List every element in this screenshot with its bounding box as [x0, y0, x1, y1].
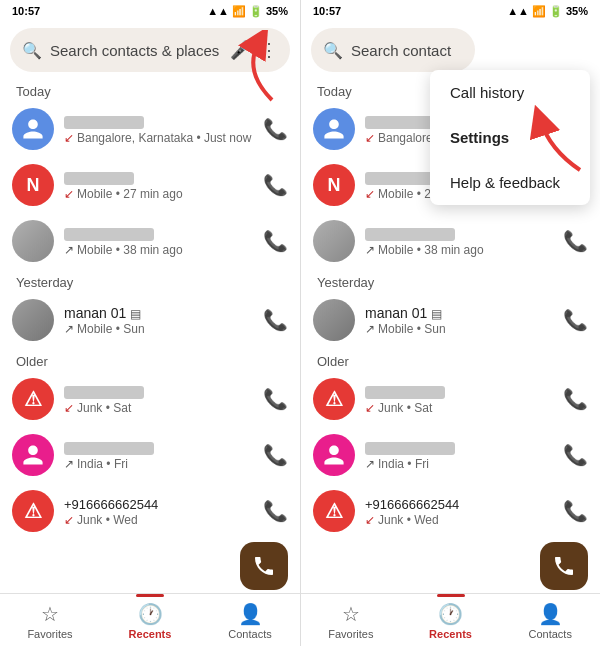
fab-button[interactable] [240, 542, 288, 590]
call-info: +916666662544 ↙ Junk • Wed [64, 495, 253, 527]
avatar: ⚠ [12, 378, 54, 420]
call-info: +916666662544 ↙ Junk • Wed [365, 495, 553, 527]
section-yesterday-right: Yesterday [301, 269, 600, 292]
avatar: N [313, 164, 355, 206]
call-item[interactable]: ↗ Mobile • 38 min ago 📞 [301, 213, 600, 269]
call-direction-icon: ↗ [64, 457, 74, 471]
more-options-icon[interactable]: ⋮ [260, 39, 278, 61]
contact-name-blurred [365, 228, 455, 241]
contact-name-blurred [64, 228, 154, 241]
call-button[interactable]: 📞 [263, 443, 288, 467]
call-info: manan 01 ▤ ↗ Mobile • Sun [64, 304, 253, 336]
call-detail: ↙ Junk • Sat [64, 401, 253, 415]
call-info: ↙ Junk • Sat [64, 383, 253, 415]
avatar [313, 434, 355, 476]
bottom-nav-right: ☆ Favorites 🕐 Recents 👤 Contacts [301, 593, 600, 646]
call-item[interactable]: ⚠ ↙ Junk • Sat 📞 [0, 371, 300, 427]
call-direction-icon: ↗ [64, 243, 74, 257]
nav-favorites-right[interactable]: ☆ Favorites [301, 594, 401, 646]
contact-name: +916666662544 [365, 497, 459, 512]
call-item[interactable]: N ↙ Mobile • 27 min ago 📞 [0, 157, 300, 213]
call-detail: ↙ Junk • Sat [365, 401, 553, 415]
call-direction-icon: ↙ [64, 401, 74, 415]
dropdown-call-history[interactable]: Call history [430, 70, 590, 115]
call-button[interactable]: 📞 [263, 499, 288, 523]
contact-name-blurred [64, 386, 144, 399]
call-detail: ↗ India • Fri [64, 457, 253, 471]
call-button[interactable]: 📞 [563, 443, 588, 467]
avatar [12, 220, 54, 262]
call-direction-icon: ↙ [64, 187, 74, 201]
call-item[interactable]: ↗ Mobile • 38 min ago 📞 [0, 213, 300, 269]
call-item[interactable]: ↗ India • Fri 📞 [301, 427, 600, 483]
mic-icon[interactable]: 🎤 [230, 39, 252, 61]
contact-name: +916666662544 [64, 497, 158, 512]
call-button[interactable]: 📞 [563, 308, 588, 332]
contact-name: manan 01 ▤ [64, 305, 141, 321]
section-yesterday-left: Yesterday [0, 269, 300, 292]
call-info: ↗ India • Fri [64, 439, 253, 471]
call-detail: ↙ Bangalore, Karnataka • Just now [64, 131, 253, 145]
dropdown-settings[interactable]: Settings [430, 115, 590, 160]
status-time-left: 10:57 [12, 5, 40, 17]
nav-contacts-label: Contacts [528, 628, 571, 640]
section-older-left: Older [0, 348, 300, 371]
fab-button-right[interactable] [540, 542, 588, 590]
right-panel: 10:57 ▲▲ 📶 🔋 35% 🔍 Search contact Call h… [300, 0, 600, 646]
call-detail: ↙ Junk • Wed [365, 513, 553, 527]
left-panel: 10:57 ▲▲ 📶 🔋 35% 🔍 Search contacts & pla… [0, 0, 300, 646]
nav-recents[interactable]: 🕐 Recents [100, 594, 200, 646]
contact-name: manan 01 ▤ [365, 305, 442, 321]
call-button[interactable]: 📞 [263, 308, 288, 332]
call-item[interactable]: ⚠ +916666662544 ↙ Junk • Wed 📞 [301, 483, 600, 539]
status-time-right: 10:57 [313, 5, 341, 17]
call-button[interactable]: 📞 [263, 387, 288, 411]
avatar [313, 108, 355, 150]
nav-recents-right[interactable]: 🕐 Recents [401, 594, 501, 646]
call-item[interactable]: ⚠ ↙ Junk • Sat 📞 [301, 371, 600, 427]
active-indicator [136, 594, 164, 597]
nav-favorites[interactable]: ☆ Favorites [0, 594, 100, 646]
call-direction-icon: ↗ [365, 243, 375, 257]
search-input-left[interactable]: Search contacts & places [50, 42, 222, 59]
avatar: N [12, 164, 54, 206]
contacts-icon: 👤 [538, 602, 563, 626]
nav-contacts[interactable]: 👤 Contacts [200, 594, 300, 646]
search-bar-right[interactable]: 🔍 Search contact [311, 28, 475, 72]
contacts-icon: 👤 [238, 602, 263, 626]
call-info: ↙ Junk • Sat [365, 383, 553, 415]
call-button[interactable]: 📞 [263, 173, 288, 197]
call-item[interactable]: ↙ Bangalore, Karnataka • Just now 📞 [0, 101, 300, 157]
call-direction-icon: ↙ [365, 401, 375, 415]
call-item[interactable]: manan 01 ▤ ↗ Mobile • Sun 📞 [301, 292, 600, 348]
avatar [12, 299, 54, 341]
status-icons-right: ▲▲ 📶 🔋 35% [507, 5, 588, 18]
search-input-right[interactable]: Search contact [351, 42, 463, 59]
active-indicator [437, 594, 465, 597]
nav-recents-label: Recents [129, 628, 172, 640]
call-item[interactable]: ↗ India • Fri 📞 [0, 427, 300, 483]
avatar [12, 108, 54, 150]
call-item[interactable]: manan 01 ▤ ↗ Mobile • Sun 📞 [0, 292, 300, 348]
call-button[interactable]: 📞 [263, 117, 288, 141]
contact-name-blurred [64, 442, 154, 455]
call-info: ↗ Mobile • 38 min ago [365, 225, 553, 257]
nav-favorites-label: Favorites [328, 628, 373, 640]
nav-contacts-right[interactable]: 👤 Contacts [500, 594, 600, 646]
avatar: ⚠ [313, 490, 355, 532]
nav-contacts-label: Contacts [228, 628, 271, 640]
dropdown-help-feedback[interactable]: Help & feedback [430, 160, 590, 205]
call-info: manan 01 ▤ ↗ Mobile • Sun [365, 304, 553, 336]
avatar [12, 434, 54, 476]
call-button[interactable]: 📞 [563, 387, 588, 411]
call-button[interactable]: 📞 [263, 229, 288, 253]
avatar [313, 299, 355, 341]
call-button[interactable]: 📞 [563, 499, 588, 523]
call-item[interactable]: ⚠ +916666662544 ↙ Junk • Wed 📞 [0, 483, 300, 539]
call-button[interactable]: 📞 [563, 229, 588, 253]
search-bar-left[interactable]: 🔍 Search contacts & places 🎤 ⋮ [10, 28, 290, 72]
dropdown-menu: Call history Settings Help & feedback [430, 70, 590, 205]
contact-name-blurred [365, 386, 445, 399]
call-direction-icon: ↙ [64, 513, 74, 527]
call-info: ↗ Mobile • 38 min ago [64, 225, 253, 257]
